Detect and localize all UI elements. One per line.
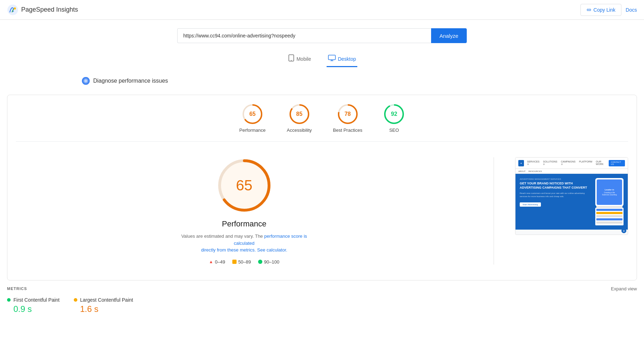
- logo-area: PageSpeed Insights: [7, 4, 78, 16]
- header-actions: Copy Link Docs: [580, 4, 637, 16]
- app-title: PageSpeed Insights: [21, 6, 78, 13]
- big-performance-value: 65: [236, 177, 252, 194]
- screenshot-phone-mockup: Leader in Creating a life Sciences coach…: [595, 178, 624, 206]
- metrics-header: METRICS Expand view: [7, 286, 637, 291]
- content-area: 65 Performance Values are estimated and …: [16, 150, 628, 272]
- see-calculator-link[interactable]: See calculator.: [257, 247, 287, 253]
- scores-row: 65 Performance 85 Accessibility: [16, 104, 628, 142]
- legend-green-icon: [258, 260, 262, 264]
- fcp-dot: [7, 298, 11, 302]
- diagnose-header: Diagnose performance issues: [82, 77, 562, 85]
- lcp-value: 1.6 s: [74, 304, 133, 314]
- tab-desktop[interactable]: Desktop: [327, 52, 357, 67]
- screenshot-chart: [595, 208, 624, 225]
- best-practices-label: Best Practices: [333, 128, 362, 133]
- psi-logo-icon: [7, 4, 18, 16]
- lcp-name: Largest Contentful Paint: [80, 297, 133, 303]
- screenshot-logo: +: [518, 160, 524, 166]
- score-performance[interactable]: 65 Performance: [239, 104, 266, 133]
- svg-rect-4: [328, 55, 335, 60]
- big-performance-circle-container: 65: [216, 157, 273, 214]
- mobile-tab-label: Mobile: [297, 56, 311, 62]
- desktop-tab-label: Desktop: [338, 56, 356, 62]
- score-seo[interactable]: 92 SEO: [383, 104, 405, 133]
- legend-orange-icon: [232, 260, 237, 264]
- tab-mobile[interactable]: Mobile: [287, 52, 312, 67]
- website-screenshot: + SERVICES ∨ SOLUTIONS ∨ CAMPAIGNS ∨ PLA…: [515, 157, 628, 235]
- screenshot-hero-title: GET YOUR BRAND NOTICED WITH ADVERTISING …: [520, 182, 592, 190]
- tabs-container: Mobile Desktop: [0, 49, 644, 70]
- performance-title: Performance: [222, 219, 267, 229]
- right-panel: + SERVICES ∨ SOLUTIONS ∨ CAMPAIGNS ∨ PLA…: [515, 157, 628, 265]
- screenshot-hero: ADVERTISING MANAGEMENT SERVICES GET YOUR…: [515, 174, 628, 230]
- left-panel: 65 Performance Values are estimated and …: [16, 157, 472, 265]
- accessibility-label: Accessibility: [287, 128, 312, 133]
- screenshot-right-visuals: Leader in Creating a life Sciences coach…: [595, 178, 624, 225]
- diagnose-icon: [82, 77, 90, 85]
- metric-lcp: Largest Contentful Paint 1.6 s: [74, 297, 133, 314]
- svg-text:⊕: ⊕: [623, 230, 625, 232]
- copy-link-label: Copy Link: [594, 7, 615, 13]
- screenshot-nav-links: SERVICES ∨ SOLUTIONS ∨ CAMPAIGNS ∨ PLATF…: [526, 160, 607, 166]
- svg-text:+: +: [520, 162, 522, 165]
- analyze-button[interactable]: Analyze: [431, 28, 467, 43]
- screenshot-hero-text: ADVERTISING MANAGEMENT SERVICES GET YOUR…: [520, 178, 592, 225]
- fcp-name: First Contentful Paint: [13, 297, 60, 303]
- search-area: Analyze: [0, 20, 644, 49]
- header: PageSpeed Insights Copy Link Docs: [0, 0, 644, 20]
- diagnose-title: Diagnose performance issues: [93, 78, 168, 84]
- desktop-icon: [328, 55, 336, 63]
- screenshot-nav-cta: CONTACT US: [609, 160, 625, 166]
- score-best-practices[interactable]: 78 Best Practices: [333, 104, 362, 133]
- legend-green: 90–100: [258, 259, 279, 265]
- performance-label: Performance: [239, 128, 266, 133]
- screenshot-hero-subtitle: Reach new customers and boost your rate …: [520, 192, 592, 198]
- metrics-row: First Contentful Paint 0.9 s Largest Con…: [7, 297, 637, 314]
- mobile-icon: [288, 54, 294, 63]
- score-accessibility[interactable]: 85 Accessibility: [287, 104, 312, 133]
- expand-view-button[interactable]: Expand view: [611, 286, 637, 291]
- link-icon: [586, 7, 591, 12]
- svg-point-1: [14, 7, 16, 10]
- seo-score-value: 92: [391, 111, 397, 117]
- screenshot-nav: + SERVICES ∨ SOLUTIONS ∨ CAMPAIGNS ∨ PLA…: [515, 158, 628, 169]
- docs-link[interactable]: Docs: [626, 7, 637, 13]
- main-card: 65 Performance 85 Accessibility: [7, 95, 637, 280]
- lcp-dot: [74, 298, 77, 302]
- performance-score-value: 65: [249, 111, 256, 117]
- legend-triangle-icon: ▲: [209, 259, 213, 264]
- content-divider: [494, 157, 494, 265]
- best-practices-score-value: 78: [345, 111, 351, 117]
- legend-red: ▲ 0–49: [209, 259, 225, 265]
- accessibility-score-value: 85: [296, 111, 303, 117]
- url-input[interactable]: [177, 28, 431, 43]
- diagnose-section: Diagnose performance issues: [75, 73, 569, 95]
- performance-description: Values are estimated and may vary. The p…: [177, 233, 311, 254]
- search-container: Analyze: [177, 28, 467, 43]
- screenshot-cta-button: Start Advertising: [520, 202, 541, 207]
- screenshot-subnav: ABOUT RESOURCES: [515, 169, 628, 174]
- legend-row: ▲ 0–49 50–89 90–100: [209, 259, 279, 265]
- metric-fcp: First Contentful Paint 0.9 s: [7, 297, 60, 314]
- screenshot-corner-icon: ⊕: [621, 228, 626, 233]
- fcp-value: 0.9 s: [7, 304, 60, 314]
- seo-label: SEO: [389, 128, 399, 133]
- metrics-label: METRICS: [7, 286, 27, 291]
- metrics-section: METRICS Expand view First Contentful Pai…: [7, 280, 637, 314]
- copy-link-button[interactable]: Copy Link: [580, 4, 621, 16]
- legend-orange: 50–89: [232, 259, 251, 265]
- svg-point-9: [84, 79, 87, 82]
- svg-point-3: [291, 60, 292, 61]
